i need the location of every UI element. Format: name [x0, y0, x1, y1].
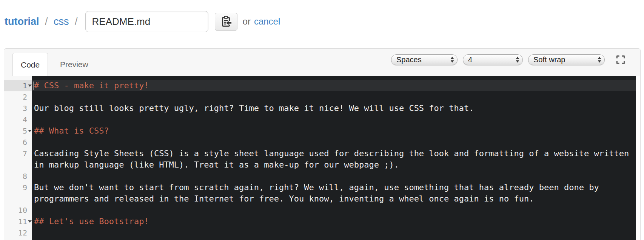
line-number: 3: [4, 103, 32, 114]
editor-toolbar: Code Preview Spaces4Soft wrap: [4, 49, 640, 76]
select-stepper-icon: [597, 56, 602, 63]
repo-link[interactable]: tutorial: [5, 16, 39, 27]
line-number: 9: [4, 182, 32, 205]
editor-line: 3Our blog still looks pretty ugly, right…: [4, 103, 636, 114]
select-stepper-icon: [450, 56, 454, 63]
breadcrumb: tutorial / css /: [5, 16, 81, 28]
select-value: 4: [468, 55, 515, 64]
select-value: Soft wrap: [533, 55, 597, 64]
breadcrumb-separator: /: [72, 16, 81, 27]
line-number: 7: [4, 148, 32, 171]
line-text[interactable]: [32, 171, 636, 182]
fold-arrow-icon[interactable]: [28, 130, 32, 132]
line-text[interactable]: [32, 114, 636, 125]
editor-lines: 1# CSS - make it pretty!23Our blog still…: [4, 76, 640, 240]
fold-arrow-icon[interactable]: [28, 85, 32, 87]
text-cursor: [33, 82, 34, 90]
line-number: 2: [4, 91, 32, 103]
line-text[interactable]: # CSS - make it pretty!: [32, 80, 636, 91]
editor-line: 1# CSS - make it pretty!: [4, 80, 636, 91]
editor-controls: Spaces4Soft wrap: [391, 54, 627, 66]
select-stepper-icon: [515, 56, 520, 63]
line-text[interactable]: ## Let's use Bootstrap!: [32, 216, 636, 227]
line-text[interactable]: [32, 91, 636, 103]
line-text[interactable]: ## What is CSS?: [32, 125, 636, 137]
editor-line: 8: [4, 171, 636, 182]
editor-line: 9But we don't want to start from scratch…: [4, 182, 636, 205]
editor-line: 2: [4, 91, 636, 103]
paste-button[interactable]: [215, 13, 237, 31]
breadcrumb-separator: /: [42, 16, 51, 27]
line-text[interactable]: But we don't want to start from scratch …: [32, 182, 636, 205]
editor-line: 11## Let's use Bootstrap!: [4, 216, 636, 227]
editor-line: 10: [4, 205, 636, 216]
editor-line: 13Bootstrap is one of the most popular H…: [4, 238, 636, 240]
fullscreen-icon: [615, 54, 626, 65]
line-text[interactable]: [32, 227, 636, 238]
editor-panel: Code Preview Spaces4Soft wrap 1# CSS - m…: [4, 48, 641, 240]
select-value: Spaces: [396, 55, 450, 64]
line-number: 11: [4, 216, 32, 227]
cancel-link[interactable]: cancel: [254, 16, 280, 27]
indent-size-select[interactable]: 4: [463, 54, 523, 65]
line-number: 12: [4, 227, 32, 238]
line-text[interactable]: [32, 205, 636, 216]
fold-arrow-icon[interactable]: [28, 220, 32, 223]
line-wrap-select[interactable]: Soft wrap: [528, 54, 605, 65]
line-number: 10: [4, 205, 32, 216]
line-number: 8: [4, 171, 32, 182]
line-text[interactable]: Our blog still looks pretty ugly, right?…: [32, 103, 636, 114]
editor-line: 4: [4, 114, 636, 125]
paste-icon: [220, 15, 232, 28]
line-text[interactable]: Bootstrap is one of the most popular HTM…: [32, 238, 636, 240]
line-number: 6: [4, 137, 32, 148]
line-text[interactable]: Cascading Style Sheets (CSS) is a style …: [32, 148, 636, 171]
indent-mode-select[interactable]: Spaces: [391, 54, 458, 65]
or-text: or: [243, 16, 251, 27]
breadcrumb-bar: tutorial / css / or cancel: [0, 0, 644, 48]
editor-line: 7Cascading Style Sheets (CSS) is a style…: [4, 148, 636, 171]
editor-line: 12: [4, 227, 636, 238]
tab-preview[interactable]: Preview: [56, 53, 92, 76]
editor-line: 6: [4, 137, 636, 148]
tab-code[interactable]: Code: [12, 53, 48, 76]
line-number: 5: [4, 125, 32, 137]
filename-input[interactable]: [85, 11, 208, 32]
path-link[interactable]: css: [54, 16, 69, 27]
line-number: 4: [4, 114, 32, 125]
line-number: 13: [4, 238, 32, 240]
fullscreen-button[interactable]: [615, 54, 627, 66]
line-text[interactable]: [32, 137, 636, 148]
code-editor[interactable]: 1# CSS - make it pretty!23Our blog still…: [4, 76, 640, 240]
editor-line: 5## What is CSS?: [4, 125, 636, 137]
line-number: 1: [4, 80, 32, 91]
